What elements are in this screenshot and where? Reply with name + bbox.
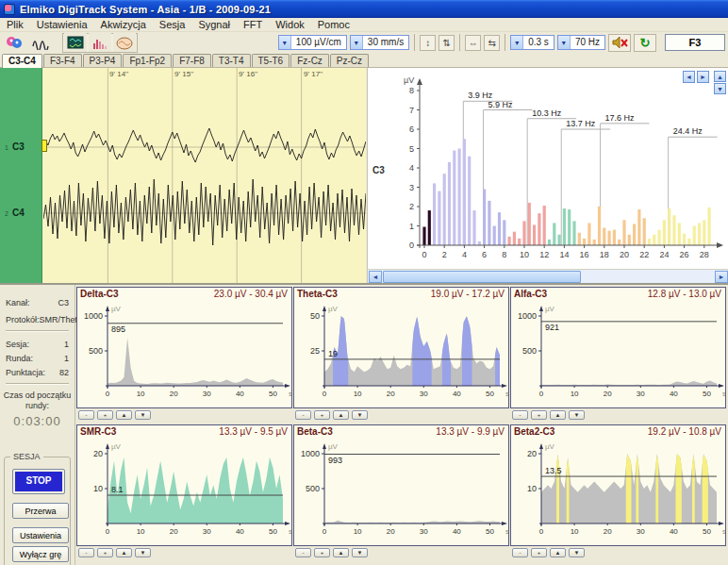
threshold-up-button[interactable]: ▲ [116, 548, 132, 557]
svg-text:0: 0 [323, 527, 327, 536]
tab-fz-cz[interactable]: Fz-Cz [290, 54, 329, 67]
threshold-down-button[interactable]: ▼ [135, 410, 151, 420]
menu-plik[interactable]: Plik [0, 19, 30, 30]
scale-up-button[interactable]: + [314, 410, 330, 420]
scale-down-button[interactable]: - [295, 548, 311, 557]
eeg-view-button[interactable] [64, 33, 87, 52]
toolbar-separator [505, 34, 505, 51]
chevron-down-icon[interactable]: ▾ [351, 36, 363, 49]
svg-text:50: 50 [486, 527, 494, 536]
band-range: 19.2 µV - 10.8 µV [648, 426, 721, 439]
threshold-down-button[interactable]: ▼ [352, 410, 368, 420]
svg-text:921: 921 [545, 323, 559, 332]
svg-text:10: 10 [520, 250, 529, 259]
band-controls: - + ▲ ▼ [76, 546, 292, 559]
ustawienia-button[interactable]: Ustawienia [12, 527, 69, 543]
page-left-button[interactable]: ◄ [683, 71, 695, 83]
menu-pomoc[interactable]: Pomoc [311, 19, 356, 30]
threshold-down-button[interactable]: ▼ [569, 410, 585, 420]
signal-button[interactable] [29, 33, 54, 52]
scale-up-button[interactable]: + [531, 410, 547, 420]
menu-sesja[interactable]: Sesja [153, 19, 192, 30]
threshold-up-button[interactable]: ▲ [333, 548, 349, 557]
tab-t3-t4[interactable]: T3-T4 [212, 54, 251, 67]
scale-down-button[interactable]: - [78, 548, 94, 557]
svg-text:4: 4 [409, 163, 414, 173]
page-right-button[interactable]: ► [697, 71, 709, 83]
paper-speed-combo[interactable]: ▾ 30 mm/s [350, 35, 409, 50]
tab-t5-t6[interactable]: T5-T6 [252, 54, 290, 67]
threshold-up-button[interactable]: ▲ [550, 548, 566, 557]
scale-up-button[interactable]: ▲ [714, 71, 726, 82]
threshold-up-button[interactable]: ▲ [333, 410, 349, 420]
band-name: Beta-C3 [297, 426, 333, 439]
amplitude-scale-combo[interactable]: ▾ 100 µV/cm [278, 35, 347, 50]
scroll-left-icon[interactable]: ◄ [369, 271, 382, 283]
svg-text:50: 50 [269, 527, 277, 536]
band-name: Delta-C3 [80, 289, 119, 301]
band-chart-beta2: Beta2-C3 19.2 µV - 10.8 µV 13.5µV2010010… [510, 424, 726, 546]
band-range: 13.3 µV - 9.9 µV [436, 426, 505, 439]
svg-text:20: 20 [170, 527, 178, 536]
tab-c3-c4[interactable]: C3-C4 [2, 54, 42, 68]
scale-up-button[interactable]: + [97, 548, 113, 557]
threshold-down-button[interactable]: ▼ [135, 548, 151, 557]
scale-down-button[interactable]: - [78, 410, 94, 420]
menu-sygnal[interactable]: Sygnał [191, 19, 237, 30]
mute-sound-button[interactable] [608, 34, 631, 52]
svg-text:0: 0 [106, 390, 110, 398]
scale-up-button[interactable]: + [314, 548, 330, 557]
expand-vertical-button[interactable]: ↕ [420, 35, 436, 51]
patients-button[interactable] [2, 33, 26, 52]
band-name: Alfa-C3 [514, 289, 547, 301]
tab-p3-p4[interactable]: P3-P4 [83, 54, 123, 67]
scale-down-button[interactable]: - [512, 410, 528, 420]
compress-horizontal-button[interactable]: ⇆ [484, 35, 500, 51]
channel-select-marker[interactable] [41, 140, 47, 152]
scroll-right-icon[interactable]: ► [715, 271, 728, 283]
refresh-button[interactable]: ↻ [634, 34, 656, 52]
channel-row-c3[interactable]: 1 C3 [5, 141, 25, 152]
przerwa-button[interactable]: Przerwa [12, 503, 69, 519]
svg-text:µV: µV [111, 305, 122, 313]
svg-text:500: 500 [522, 346, 537, 356]
stop-button[interactable]: STOP [12, 469, 65, 494]
f3-button[interactable]: F3 [665, 34, 725, 51]
expand-horizontal-button[interactable]: ⇔ [465, 35, 481, 51]
scrollbar-thumb[interactable] [383, 271, 581, 283]
scale-down-button[interactable]: - [295, 410, 311, 420]
chevron-down-icon[interactable]: ▾ [511, 36, 523, 49]
threshold-up-button[interactable]: ▲ [116, 410, 132, 420]
chevron-down-icon[interactable]: ▾ [558, 36, 571, 49]
svg-text:40: 40 [453, 390, 461, 398]
scale-down-button[interactable]: ▼ [714, 83, 726, 94]
threshold-up-button[interactable]: ▲ [550, 410, 566, 420]
chevron-down-icon[interactable]: ▾ [279, 36, 291, 49]
spectrum-view-button[interactable] [89, 33, 111, 52]
threshold-down-button[interactable]: ▼ [569, 548, 585, 557]
channel-row-c4[interactable]: 2 C4 [5, 208, 25, 218]
svg-text:50: 50 [269, 390, 277, 398]
wylacz-gre-button[interactable]: Wyłącz grę [12, 546, 69, 562]
scale-up-button[interactable]: + [97, 410, 113, 420]
tab-fp1-fp2[interactable]: Fp1-Fp2 [123, 54, 172, 67]
compress-vertical-button[interactable]: ⇅ [438, 35, 455, 51]
tab-f7-f8[interactable]: F7-F8 [173, 54, 211, 67]
menu-widok[interactable]: Widok [269, 19, 311, 30]
tab-f3-f4[interactable]: F3-F4 [43, 54, 82, 67]
menu-ustawienia[interactable]: Ustawienia [30, 19, 94, 30]
brain-map-button[interactable] [113, 33, 136, 52]
svg-text:20: 20 [604, 390, 612, 398]
threshold-down-button[interactable]: ▼ [352, 548, 368, 557]
fft-scrollbar[interactable]: ◄ ► [368, 269, 728, 283]
scale-up-button[interactable]: + [531, 548, 547, 557]
svg-text:µV: µV [111, 442, 122, 451]
menu-akwizycja[interactable]: Akwizycja [94, 19, 153, 30]
tab-pz-cz[interactable]: Pz-Cz [330, 54, 369, 67]
epoch-combo[interactable]: ▾ 0.3 s [510, 35, 554, 50]
scale-down-button[interactable]: - [512, 548, 528, 557]
menu-fft[interactable]: FFT [237, 19, 269, 30]
filter-combo[interactable]: ▾ 70 Hz [557, 35, 605, 50]
svg-text:0: 0 [539, 390, 544, 398]
band-controls: - + ▲ ▼ [510, 546, 726, 559]
